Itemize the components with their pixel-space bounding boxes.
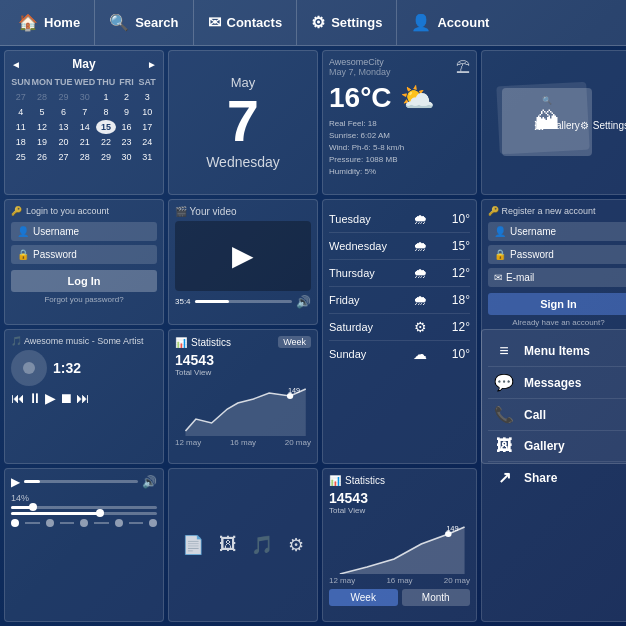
tool-image-icon[interactable]: 🖼 <box>219 534 237 555</box>
cal-day[interactable]: 23 <box>117 135 137 149</box>
stats-date-1: 12 may <box>175 438 201 447</box>
pause-btn[interactable]: ⏸ <box>28 390 42 406</box>
forecast-icon-wed: 🌧 <box>413 238 427 254</box>
forecast-temp-wed: 15° <box>452 239 470 253</box>
cal-day[interactable]: 21 <box>74 135 95 149</box>
nav-settings[interactable]: ⚙ Settings <box>297 0 397 45</box>
cal-day[interactable]: 24 <box>137 135 157 149</box>
cal-day[interactable]: 29 <box>54 90 74 104</box>
cal-day[interactable]: 10 <box>137 105 157 119</box>
slider-1-thumb[interactable] <box>29 503 37 511</box>
menu-label-share: Share <box>524 471 557 485</box>
menu-item-call[interactable]: 📞 Call <box>488 399 626 431</box>
cal-day[interactable]: 28 <box>32 90 53 104</box>
stats-week-btn[interactable]: Week <box>278 336 311 348</box>
week-btn[interactable]: Week <box>329 589 398 606</box>
weather-icon: ⛅ <box>400 81 435 114</box>
cal-day[interactable]: 20 <box>54 135 74 149</box>
cal-day[interactable]: 6 <box>54 105 74 119</box>
cal-day[interactable]: 9 <box>117 105 137 119</box>
cal-day[interactable]: 26 <box>32 150 53 164</box>
dot-1[interactable] <box>11 519 19 527</box>
cal-day[interactable]: 13 <box>54 120 74 134</box>
menu-label-gallery: Gallery <box>524 439 565 453</box>
cal-day[interactable]: 29 <box>96 150 116 164</box>
reg-password-field[interactable]: 🔒 Password <box>488 245 626 264</box>
dot-2[interactable] <box>46 519 54 527</box>
cal-day[interactable]: 18 <box>11 135 31 149</box>
nav-search[interactable]: 🔍 Search <box>95 0 193 45</box>
cal-day[interactable]: 30 <box>74 90 95 104</box>
menu-item-items[interactable]: ≡ Menu Items <box>488 336 626 367</box>
cal-day[interactable]: 1 <box>96 90 116 104</box>
cal-day[interactable]: 7 <box>74 105 95 119</box>
play-button[interactable]: ▶ <box>232 239 254 272</box>
month-btn[interactable]: Month <box>402 589 471 606</box>
cal-day[interactable]: 27 <box>11 90 31 104</box>
slider-2[interactable] <box>11 512 157 515</box>
cal-day[interactable]: 3 <box>137 90 157 104</box>
forecast-icon-tue: 🌧 <box>413 211 427 227</box>
audio-vol-icon[interactable]: 🔊 <box>142 475 157 489</box>
play-btn-music[interactable]: ▶ <box>45 390 56 406</box>
cal-day[interactable]: 5 <box>32 105 53 119</box>
music-disc <box>11 350 47 386</box>
stats-header: 📊 Statistics Week <box>175 336 311 348</box>
tool-music-icon[interactable]: 🎵 <box>251 534 273 556</box>
tool-settings-icon[interactable]: ⚙ <box>288 534 304 556</box>
calendar-prev[interactable]: ◄ <box>11 59 21 70</box>
reg-email-field[interactable]: ✉ E-mail <box>488 268 626 287</box>
cal-day[interactable]: 31 <box>137 150 157 164</box>
dot-5[interactable] <box>149 519 157 527</box>
next-btn[interactable]: ⏭ <box>76 390 90 406</box>
cal-day[interactable]: 19 <box>32 135 53 149</box>
stats2-date-1: 12 may <box>329 576 355 585</box>
cal-day[interactable]: 22 <box>96 135 116 149</box>
cal-day[interactable]: 25 <box>11 150 31 164</box>
cal-day[interactable]: 11 <box>11 120 31 134</box>
password-field[interactable]: 🔒 Password <box>11 245 157 264</box>
menu-item-gallery[interactable]: 🖼 Gallery <box>488 431 626 462</box>
signin-button[interactable]: Sign In <box>488 293 626 315</box>
cal-day[interactable]: 14 <box>74 120 95 134</box>
forecast-day-thu: Thursday <box>329 267 389 279</box>
video-icon: 🎬 <box>175 206 187 217</box>
audio-progress-bar[interactable] <box>24 480 138 483</box>
cal-day[interactable]: 16 <box>117 120 137 134</box>
stop-btn[interactable]: ⏹ <box>59 390 73 406</box>
prev-btn[interactable]: ⏮ <box>11 390 25 406</box>
cal-day[interactable]: 4 <box>11 105 31 119</box>
login-button[interactable]: Log In <box>11 270 157 292</box>
calendar-next[interactable]: ► <box>147 59 157 70</box>
weather-real-feel: Real Feel: 18 <box>329 118 470 130</box>
nav-home[interactable]: 🏠 Home <box>4 0 95 45</box>
cal-day[interactable]: 27 <box>54 150 74 164</box>
dot-3[interactable] <box>80 519 88 527</box>
tool-document-icon[interactable]: 📄 <box>182 534 204 556</box>
register-header: 🔑 Register a new account <box>488 206 626 216</box>
cal-day[interactable]: 12 <box>32 120 53 134</box>
slider-1[interactable] <box>11 506 157 509</box>
forgot-link[interactable]: Forgot you password? <box>11 295 157 304</box>
cal-day[interactable]: 8 <box>96 105 116 119</box>
menu-item-messages[interactable]: 💬 Messages <box>488 367 626 399</box>
volume-icon[interactable]: 🔊 <box>296 295 311 309</box>
cal-day[interactable]: 28 <box>74 150 95 164</box>
reg-username-field[interactable]: 👤 Username <box>488 222 626 241</box>
cal-day[interactable]: 30 <box>117 150 137 164</box>
cal-day-today[interactable]: 15 <box>96 120 116 134</box>
already-link[interactable]: Already have an account? <box>488 318 626 327</box>
cal-day[interactable]: 2 <box>117 90 137 104</box>
menu-item-share[interactable]: ↗ Share <box>488 462 626 493</box>
audio-play-icon[interactable]: ▶ <box>11 475 20 489</box>
dot-4[interactable] <box>115 519 123 527</box>
nav-account[interactable]: 👤 Account <box>397 0 503 45</box>
username-field[interactable]: 👤 Username <box>11 222 157 241</box>
cal-day[interactable]: 17 <box>137 120 157 134</box>
login-panel: 🔑 Login to you account 👤 Username 🔒 Pass… <box>4 199 164 326</box>
forecast-icon-fri: 🌧 <box>413 292 427 308</box>
video-player[interactable]: ▶ <box>175 221 311 291</box>
video-progress-bar[interactable] <box>195 300 292 303</box>
slider-2-thumb[interactable] <box>96 509 104 517</box>
nav-contacts[interactable]: ✉ Contacts <box>194 0 298 45</box>
